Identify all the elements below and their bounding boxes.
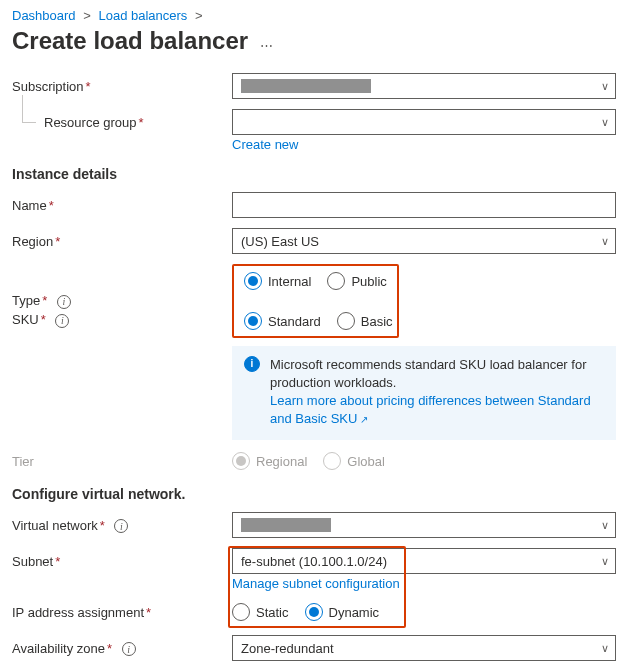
chevron-down-icon: ∨	[601, 642, 609, 655]
chevron-down-icon: ∨	[601, 80, 609, 93]
info-icon[interactable]: i	[114, 519, 128, 533]
more-commands-icon[interactable]: ⋯	[260, 38, 273, 53]
breadcrumb-loadbalancers[interactable]: Load balancers	[98, 8, 187, 23]
chevron-down-icon: ∨	[601, 116, 609, 129]
subnet-select[interactable]: fe-subnet (10.100.1.0/24) ∨	[232, 548, 616, 574]
external-link-icon: ↗	[360, 414, 368, 425]
sku-info-box: i Microsoft recommends standard SKU load…	[232, 346, 616, 441]
virtual-network-select[interactable]: ∨	[232, 512, 616, 538]
tier-regional-radio: Regional	[232, 452, 307, 470]
sku-label: SKU* i	[12, 312, 232, 328]
availability-zone-select[interactable]: Zone-redundant ∨	[232, 635, 616, 661]
tier-label: Tier	[12, 454, 232, 469]
sku-basic-radio[interactable]: Basic	[337, 312, 393, 330]
region-label: Region*	[12, 234, 232, 249]
sku-info-text: Microsoft recommends standard SKU load b…	[270, 357, 586, 390]
info-icon: i	[244, 356, 260, 372]
ip-assignment-label: IP address assignment*	[12, 605, 232, 620]
page-title: Create load balancer	[12, 27, 248, 55]
redacted-value	[241, 79, 371, 93]
breadcrumb-dashboard[interactable]: Dashboard	[12, 8, 76, 23]
name-label: Name*	[12, 198, 232, 213]
breadcrumb: Dashboard > Load balancers >	[12, 8, 616, 23]
ip-static-radio[interactable]: Static	[232, 603, 289, 621]
resource-group-select[interactable]: ∨	[232, 109, 616, 135]
sku-standard-radio[interactable]: Standard	[244, 312, 321, 330]
instance-details-heading: Instance details	[12, 166, 616, 182]
name-input[interactable]	[232, 192, 616, 218]
type-internal-radio[interactable]: Internal	[244, 272, 311, 290]
info-icon[interactable]: i	[57, 295, 71, 309]
sku-pricing-link[interactable]: Learn more about pricing differences bet…	[270, 393, 591, 426]
chevron-right-icon: >	[83, 8, 91, 23]
info-icon[interactable]: i	[122, 642, 136, 656]
chevron-down-icon: ∨	[601, 555, 609, 568]
tier-global-radio: Global	[323, 452, 385, 470]
create-new-link[interactable]: Create new	[232, 137, 298, 152]
configure-vnet-heading: Configure virtual network.	[12, 486, 616, 502]
resource-group-label: Resource group*	[12, 115, 232, 130]
manage-subnet-link[interactable]: Manage subnet configuration	[232, 576, 400, 591]
availability-zone-label: Availability zone* i	[12, 641, 232, 657]
subscription-select[interactable]: ∨	[232, 73, 616, 99]
type-label: Type* i	[12, 293, 232, 309]
subscription-label: Subscription*	[12, 79, 232, 94]
info-icon[interactable]: i	[55, 314, 69, 328]
subnet-label: Subnet*	[12, 554, 232, 569]
chevron-down-icon: ∨	[601, 235, 609, 248]
ip-dynamic-radio[interactable]: Dynamic	[305, 603, 380, 621]
virtual-network-label: Virtual network* i	[12, 518, 232, 534]
chevron-right-icon: >	[195, 8, 203, 23]
chevron-down-icon: ∨	[601, 519, 609, 532]
redacted-value	[241, 518, 331, 532]
type-public-radio[interactable]: Public	[327, 272, 386, 290]
region-select[interactable]: (US) East US ∨	[232, 228, 616, 254]
